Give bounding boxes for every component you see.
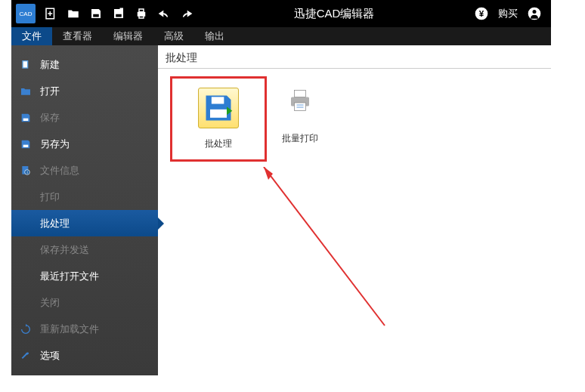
svg-rect-20 (210, 110, 227, 118)
quick-toolbar (40, 3, 197, 24)
sidebar-item-reload[interactable]: 重新加载文件 (11, 316, 158, 342)
sidebar-item-label: 关闭 (40, 296, 60, 310)
save-icon (19, 111, 32, 125)
batch-print-label: 批量打印 (282, 132, 318, 145)
tab-advanced[interactable]: 高级 (153, 27, 194, 45)
batch-item[interactable]: 批处理 (170, 76, 267, 162)
sidebar-item-recent[interactable]: 最近打开文件 (11, 263, 158, 289)
redo-icon[interactable] (176, 3, 197, 24)
save-icon[interactable] (85, 3, 107, 24)
batch-item-label: 批处理 (184, 137, 252, 150)
sidebar-item-label: 批处理 (40, 217, 70, 230)
svg-rect-5 (120, 8, 124, 12)
sidebar-item-label: 选项 (40, 349, 60, 363)
tab-output[interactable]: 输出 (194, 27, 235, 45)
titlebar-right: ¥ 购买 (471, 3, 551, 24)
annotation-arrow (256, 167, 407, 333)
svg-rect-4 (116, 14, 122, 17)
batch-save-icon (198, 88, 239, 128)
sidebar-item-label: 保存 (40, 111, 60, 125)
currency-icon[interactable]: ¥ (471, 3, 492, 24)
save-as-icon (19, 137, 32, 151)
sidebar-item-close[interactable]: 关闭 (11, 289, 158, 316)
svg-rect-15 (23, 118, 29, 120)
content-items: 批处理 批量打印 (158, 76, 551, 162)
reload-icon (19, 323, 32, 336)
sidebar-item-batch[interactable]: 批处理 (11, 210, 158, 236)
batch-print-item[interactable]: 批量打印 (282, 87, 318, 145)
buy-link[interactable]: 购买 (498, 7, 518, 20)
svg-rect-3 (93, 14, 99, 17)
titlebar: CAD 迅捷CAD编辑器 ¥ 购买 (11, 0, 551, 27)
tab-editor[interactable]: 编辑器 (103, 27, 153, 45)
sidebar-item-new[interactable]: 新建 (11, 51, 158, 78)
sidebar-item-label: 新建 (40, 58, 60, 72)
svg-rect-16 (23, 144, 29, 147)
blank-icon (19, 296, 32, 310)
print-icon[interactable] (131, 3, 152, 24)
sidebar-item-label: 重新加载文件 (40, 323, 99, 336)
file-info-icon: i (19, 164, 32, 177)
sidebar-item-options[interactable]: 选项 (11, 342, 158, 369)
tabbar: 文件 查看器 编辑器 高级 输出 (11, 27, 551, 45)
svg-rect-14 (23, 61, 27, 67)
tab-viewer[interactable]: 查看器 (52, 27, 103, 45)
svg-rect-21 (212, 97, 224, 103)
save-as-icon[interactable] (108, 3, 129, 24)
svg-marker-28 (264, 167, 273, 180)
wrench-icon (19, 349, 32, 363)
blank-icon (19, 217, 32, 230)
blank-icon (19, 190, 32, 204)
file-new-icon (19, 58, 32, 72)
sidebar-item-label: 文件信息 (40, 164, 79, 177)
sidebar-item-open[interactable]: 打开 (11, 78, 158, 104)
svg-text:¥: ¥ (479, 8, 484, 18)
tab-file[interactable]: 文件 (11, 27, 52, 45)
svg-rect-24 (295, 103, 306, 111)
sidebar-item-print[interactable]: 打印 (11, 184, 158, 210)
undo-icon[interactable] (153, 3, 175, 24)
app-logo: CAD (16, 4, 36, 23)
user-icon[interactable] (524, 3, 545, 24)
folder-open-icon (19, 85, 32, 98)
new-file-icon[interactable] (40, 3, 61, 24)
sidebar-item-label: 打开 (40, 85, 60, 98)
content-title: 批处理 (158, 51, 551, 69)
svg-text:i: i (26, 170, 27, 174)
sidebar-item-save-as[interactable]: 另存为 (11, 131, 158, 157)
sidebar-item-file-info[interactable]: i 文件信息 (11, 157, 158, 184)
sidebar-item-save-send[interactable]: 保存并发送 (11, 236, 158, 263)
svg-line-27 (264, 167, 385, 326)
open-icon[interactable] (63, 3, 84, 24)
sidebar-item-label: 另存为 (40, 137, 70, 151)
svg-rect-23 (295, 91, 306, 97)
content-panel: 批处理 批处理 批量打印 (158, 45, 551, 375)
sidebar: 新建 打开 保存 另存为 i 文件信息 打印 (11, 45, 158, 375)
app-title: 迅捷CAD编辑器 (197, 7, 471, 21)
batch-print-icon (286, 87, 314, 114)
blank-icon (19, 243, 32, 257)
svg-rect-7 (139, 9, 144, 12)
blank-icon (19, 270, 32, 283)
sidebar-item-save[interactable]: 保存 (11, 104, 158, 131)
sidebar-item-label: 打印 (40, 190, 60, 204)
sidebar-item-label: 最近打开文件 (40, 270, 99, 283)
svg-point-12 (533, 10, 537, 14)
sidebar-item-label: 保存并发送 (40, 243, 89, 257)
